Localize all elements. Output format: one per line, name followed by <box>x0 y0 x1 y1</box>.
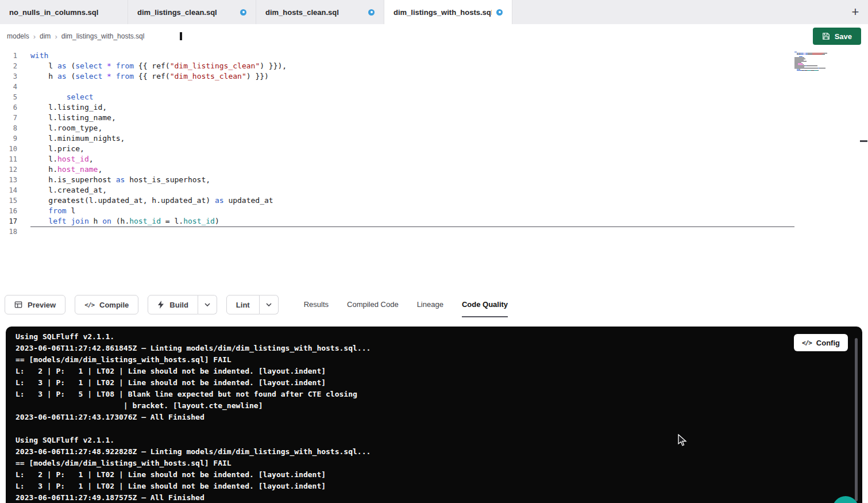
editor-tab[interactable]: dim_hosts_clean.sql <box>256 0 384 24</box>
minimap[interactable] <box>794 52 840 72</box>
terminal-scrollbar[interactable] <box>855 338 858 501</box>
lint-button[interactable]: Lint <box>226 295 260 314</box>
minimap-token <box>794 59 805 59</box>
terminal-line: Using SQLFluff v2.1.1. <box>16 435 862 446</box>
panel-tab-lineage[interactable]: Lineage <box>417 292 443 317</box>
minimap-line <box>794 70 840 71</box>
minimap-token <box>819 68 825 68</box>
minimap-token <box>824 53 827 53</box>
code-token: l.listing_id, <box>30 103 107 112</box>
line-number: 8 <box>0 123 17 133</box>
config-button[interactable]: </> Config <box>794 334 848 351</box>
code-token <box>102 62 107 70</box>
panel-tab-code-quality[interactable]: Code Quality <box>462 292 508 317</box>
code-line[interactable]: l.listing_id, <box>30 102 794 113</box>
new-tab-button[interactable]: + <box>843 0 868 24</box>
minimap-token <box>798 63 802 64</box>
code-token: l.created_at, <box>30 186 107 194</box>
code-line[interactable]: h.host_name, <box>30 164 794 175</box>
code-token: greatest(l.updated_at, h.updated_at) <box>30 196 215 205</box>
code-editor[interactable]: 123456789101112131415161718 with l as (s… <box>0 48 868 292</box>
editor-tab[interactable]: dim_listings_with_hosts.sql <box>384 0 512 24</box>
code-line[interactable]: l.listing_name, <box>30 113 794 123</box>
preview-table-icon <box>14 301 22 309</box>
breadcrumb-item[interactable]: dim_listings_with_hosts.sql <box>61 32 145 40</box>
preview-label: Preview <box>28 301 56 309</box>
unsaved-changes-icon[interactable] <box>240 9 246 16</box>
tab-label: dim_hosts_clean.sql <box>265 8 339 17</box>
line-number: 13 <box>0 175 17 185</box>
code-token: l.listing_name, <box>30 113 116 122</box>
code-line[interactable]: l.price, <box>30 144 794 154</box>
code-line[interactable]: from l <box>30 206 794 216</box>
code-token <box>30 72 48 80</box>
code-line[interactable]: select <box>30 92 794 102</box>
minimap-line <box>794 66 840 66</box>
minimap-line <box>794 59 840 59</box>
header-bar: models›dim›dim_listings_with_hosts.sql S… <box>0 24 868 48</box>
code-line[interactable]: l.minimum_nights, <box>30 133 794 144</box>
breadcrumb-item[interactable]: dim <box>40 32 51 40</box>
minimap-token <box>812 54 822 55</box>
line-number: 12 <box>0 164 17 175</box>
terminal-line: 2023-06-06T11:27:42.861845Z — Linting mo… <box>16 343 862 354</box>
minimap-line <box>794 68 840 68</box>
code-line[interactable]: with <box>30 51 794 61</box>
tab-label: no_nulls_in_columns.sql <box>9 8 98 17</box>
terminal-panel: Using SQLFluff v2.1.1.2023-06-06T11:27:4… <box>6 327 862 503</box>
line-number: 7 <box>0 113 17 123</box>
build-dropdown-button[interactable] <box>198 295 217 314</box>
minimap-token <box>797 70 802 71</box>
preview-button[interactable]: Preview <box>5 295 65 314</box>
terminal-line: 2023-06-06T11:27:48.922828Z — Linting mo… <box>16 446 862 458</box>
terminal-line: == [models/dim/dim_listings_with_hosts.s… <box>16 458 862 469</box>
compile-label: Compile <box>99 301 129 309</box>
minimap-line <box>794 60 840 60</box>
terminal-line: 2023-06-06T11:27:49.187575Z — All Finish… <box>16 492 862 503</box>
code-line[interactable]: left join h on (h.host_id = l.host_id) <box>30 216 794 226</box>
code-token: h.is_superhost <box>30 175 116 184</box>
build-icon <box>157 301 164 309</box>
code-token: with <box>30 51 48 60</box>
code-line[interactable] <box>30 226 794 237</box>
code-icon: </> <box>802 339 812 347</box>
code-token: host_id <box>183 217 215 225</box>
code-line[interactable]: l.room_type, <box>30 123 794 133</box>
minimap-token <box>798 64 803 65</box>
code-line[interactable]: l.created_at, <box>30 185 794 195</box>
code-line[interactable]: l as (select * from {{ ref("dim_listings… <box>30 61 794 71</box>
minimap-token <box>807 70 811 71</box>
code-token: from <box>48 206 66 215</box>
code-line[interactable]: l.host_id, <box>30 154 794 164</box>
save-button[interactable]: Save <box>813 28 861 45</box>
code-token <box>102 72 107 80</box>
editor-tab[interactable]: dim_listings_clean.sql <box>128 0 256 24</box>
line-number: 15 <box>0 195 17 206</box>
unsaved-changes-icon[interactable] <box>368 9 375 16</box>
compile-button[interactable]: </> Compile <box>75 295 138 314</box>
editor-scrollbar-marker[interactable] <box>860 140 867 142</box>
code-line[interactable]: greatest(l.updated_at, h.updated_at) as … <box>30 195 794 206</box>
code-token: as <box>57 72 67 80</box>
minimap-token <box>818 70 819 71</box>
unsaved-changes-icon[interactable] <box>496 9 503 16</box>
code-line[interactable]: h as (select * from {{ ref("dim_hosts_cl… <box>30 71 794 82</box>
panel-tab-compiled-code[interactable]: Compiled Code <box>347 292 399 317</box>
code-token: l. <box>30 155 57 163</box>
code-line[interactable]: h.is_superhost as host_is_superhost, <box>30 175 794 185</box>
minimap-token <box>808 54 812 55</box>
code-line[interactable] <box>30 82 794 92</box>
terminal-line: 2023-06-06T11:27:43.173076Z — All Finish… <box>16 412 862 423</box>
build-button[interactable]: Build <box>148 295 198 314</box>
breadcrumb-item[interactable]: models <box>7 32 29 40</box>
code-token: ) }}) <box>246 72 269 80</box>
lint-dropdown-button[interactable] <box>260 295 279 314</box>
code-token: select <box>67 93 94 101</box>
editor-tab[interactable]: no_nulls_in_columns.sql <box>0 0 128 24</box>
minimap-line <box>794 52 840 52</box>
terminal-line: L: 3 | P: 5 | LT08 | Blank line expected… <box>16 389 862 400</box>
panel-tab-results[interactable]: Results <box>304 292 329 317</box>
code-token: {{ ref( <box>134 72 170 80</box>
code-token: on <box>102 217 111 225</box>
minimap-token <box>794 57 804 58</box>
